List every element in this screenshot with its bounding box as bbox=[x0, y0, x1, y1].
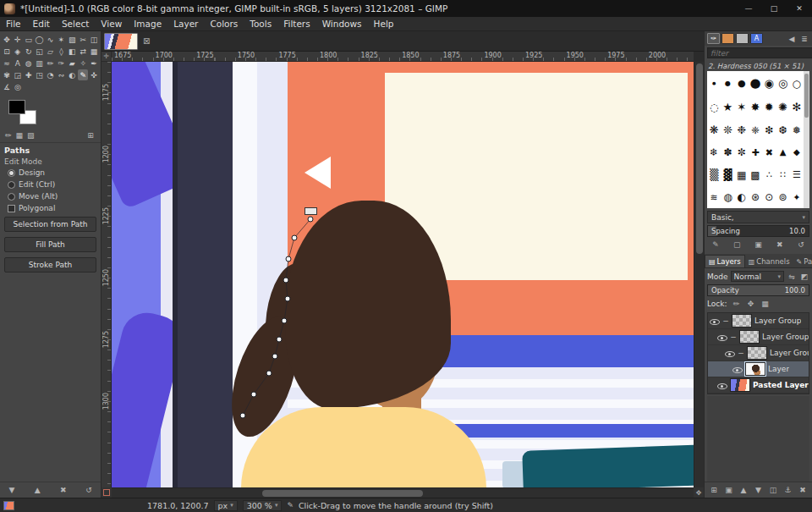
brush-scrollbar[interactable] bbox=[804, 71, 809, 208]
brush-item[interactable]: ❊ bbox=[723, 124, 732, 135]
tool-fuzzy-select[interactable]: ✶ bbox=[56, 34, 66, 45]
menu-image[interactable]: Image bbox=[128, 18, 167, 30]
path-anchor[interactable] bbox=[266, 371, 272, 377]
lock-pixels-toggle[interactable]: ✏ bbox=[732, 299, 742, 309]
radio-move[interactable]: Move (Alt) bbox=[4, 191, 96, 201]
tool-rect-select[interactable]: ▭ bbox=[24, 34, 34, 45]
radio-design[interactable]: Design bbox=[4, 168, 96, 178]
path-anchor[interactable] bbox=[251, 392, 257, 398]
brush-item[interactable]: ▒ bbox=[710, 169, 718, 180]
polygonal-checkbox[interactable]: Polygonal bbox=[4, 203, 96, 213]
pattern-status-icon[interactable]: ▦ bbox=[16, 131, 24, 140]
raise-layer-button[interactable]: ▲ bbox=[738, 485, 749, 495]
tool-paths[interactable]: ✎ bbox=[78, 69, 88, 80]
brush-item[interactable]: ◐ bbox=[737, 192, 745, 202]
tool-alignment[interactable]: ✛ bbox=[13, 34, 23, 45]
path-anchor[interactable] bbox=[240, 413, 246, 419]
tool-bucket-fill[interactable]: ◍ bbox=[24, 58, 34, 69]
new-brush-button[interactable]: ▢ bbox=[732, 239, 742, 250]
brush-item[interactable]: ⊙ bbox=[765, 192, 773, 202]
brush-item[interactable]: ● bbox=[725, 80, 731, 87]
save-tool-options-button[interactable]: ▼ bbox=[7, 485, 17, 495]
brush-item[interactable]: ● bbox=[749, 77, 760, 90]
menu-view[interactable]: View bbox=[95, 18, 128, 30]
quick-mask-button[interactable] bbox=[102, 487, 112, 498]
tool-flip[interactable]: ⇄ bbox=[78, 46, 88, 57]
brush-status-icon[interactable]: ✏ bbox=[5, 131, 12, 140]
tool-scissors-select[interactable]: ✂ bbox=[78, 34, 88, 45]
layer-row[interactable]: −Layer Group bbox=[708, 345, 809, 361]
brush-item[interactable]: ● bbox=[712, 81, 716, 85]
brush-item[interactable]: ⊛ bbox=[751, 192, 760, 202]
tool-clone[interactable]: ◲ bbox=[13, 69, 23, 80]
delete-brush-button[interactable]: ✖ bbox=[775, 239, 785, 250]
anchor-layer-button[interactable]: ⚓ bbox=[783, 485, 793, 495]
brush-item[interactable]: ✻ bbox=[792, 102, 801, 113]
expander-icon[interactable]: − bbox=[738, 349, 744, 357]
v-ruler[interactable]: 117512001225125012751300 bbox=[102, 62, 112, 487]
dialog-toggle-button[interactable]: ⊞ bbox=[85, 130, 96, 140]
visibility-eye-icon[interactable] bbox=[710, 317, 720, 326]
brush-filter-input[interactable] bbox=[707, 47, 812, 58]
tool-cage-transform[interactable]: ▦ bbox=[89, 46, 99, 57]
tool-paintbrush[interactable]: ✑ bbox=[56, 58, 66, 69]
brush-item[interactable]: ∷ bbox=[780, 170, 786, 179]
tool-mypaint-brush[interactable]: ✾ bbox=[2, 69, 12, 80]
tab-layers[interactable]: ▤Layers bbox=[705, 255, 745, 267]
menu-windows[interactable]: Windows bbox=[316, 18, 368, 30]
tool-airbrush[interactable]: ✧ bbox=[78, 58, 88, 69]
brush-item[interactable]: ❋ bbox=[710, 124, 719, 135]
path-anchor[interactable] bbox=[283, 278, 289, 284]
menu-select[interactable]: Select bbox=[56, 18, 95, 30]
tool-free-select[interactable]: ∿ bbox=[46, 34, 56, 45]
tool-gradient[interactable]: ▥ bbox=[35, 58, 45, 69]
zoom-select[interactable]: 300 % ▾ bbox=[243, 500, 283, 511]
restore-tool-options-button[interactable]: ▲ bbox=[32, 485, 42, 495]
tab-close-icon[interactable]: ⊠ bbox=[140, 36, 152, 46]
gradient-status-icon[interactable]: ▧ bbox=[27, 131, 35, 140]
tool-foreground-select[interactable]: ◫ bbox=[89, 34, 99, 45]
layer-row[interactable]: Pasted Layer bbox=[708, 377, 809, 394]
path-anchor[interactable] bbox=[292, 235, 298, 241]
menu-filters[interactable]: Filters bbox=[277, 18, 315, 30]
brush-item[interactable]: ≋ bbox=[710, 193, 718, 202]
brush-item[interactable]: ❆ bbox=[779, 125, 787, 135]
tool-perspective-clone[interactable]: ◳ bbox=[35, 69, 45, 80]
menu-tools[interactable]: Tools bbox=[244, 18, 277, 30]
tab-paths[interactable]: ✎Paths bbox=[793, 256, 812, 267]
visibility-eye-icon[interactable] bbox=[717, 381, 727, 390]
brush-item[interactable]: ⊚ bbox=[779, 192, 787, 202]
delete-layer-button[interactable]: ✖ bbox=[798, 485, 808, 495]
expander-icon[interactable]: − bbox=[730, 333, 737, 341]
maximize-button[interactable]: □ bbox=[761, 0, 787, 17]
tool-pencil[interactable]: ✏ bbox=[46, 58, 56, 69]
tool-select-by-color[interactable]: ▧ bbox=[67, 34, 77, 45]
vertical-scroll-thumb[interactable] bbox=[696, 63, 703, 254]
lower-layer-button[interactable]: ▼ bbox=[754, 485, 764, 495]
menu-colors[interactable]: Colors bbox=[204, 18, 244, 30]
brush-item[interactable]: ❉ bbox=[737, 124, 746, 135]
path-anchor[interactable] bbox=[282, 318, 288, 324]
visibility-eye-icon[interactable] bbox=[732, 365, 743, 374]
brush-item[interactable]: ❄ bbox=[710, 147, 718, 157]
tool-zoom[interactable]: ◎ bbox=[13, 81, 23, 92]
navigation-button[interactable]: ✥ bbox=[694, 487, 704, 498]
tool-text[interactable]: A bbox=[13, 58, 23, 69]
menu-help[interactable]: Help bbox=[368, 18, 400, 30]
tool-transform-3d[interactable]: ◧ bbox=[67, 46, 77, 57]
spacing-slider[interactable]: Spacing 10.0 bbox=[707, 225, 809, 237]
tab-patterns[interactable] bbox=[721, 33, 734, 44]
tab-fonts[interactable]: A bbox=[750, 33, 763, 44]
brush-item[interactable]: ✺ bbox=[778, 102, 787, 113]
brush-item[interactable]: ○ bbox=[793, 79, 801, 89]
path-handle-box[interactable] bbox=[304, 207, 317, 215]
tool-dodge-burn[interactable]: ◐ bbox=[67, 69, 77, 80]
tab-brushes[interactable]: ✑ bbox=[707, 33, 720, 44]
image-tab-thumbnail[interactable] bbox=[104, 33, 138, 50]
brush-item[interactable]: ∴ bbox=[766, 170, 772, 179]
brush-item[interactable]: ▓ bbox=[723, 169, 732, 180]
menu-file[interactable]: File bbox=[0, 18, 27, 30]
brush-item[interactable]: ✶ bbox=[737, 102, 746, 113]
blend-mode-select[interactable]: Normal ▾ bbox=[731, 271, 784, 282]
tool-perspective[interactable]: ◊ bbox=[56, 46, 66, 57]
